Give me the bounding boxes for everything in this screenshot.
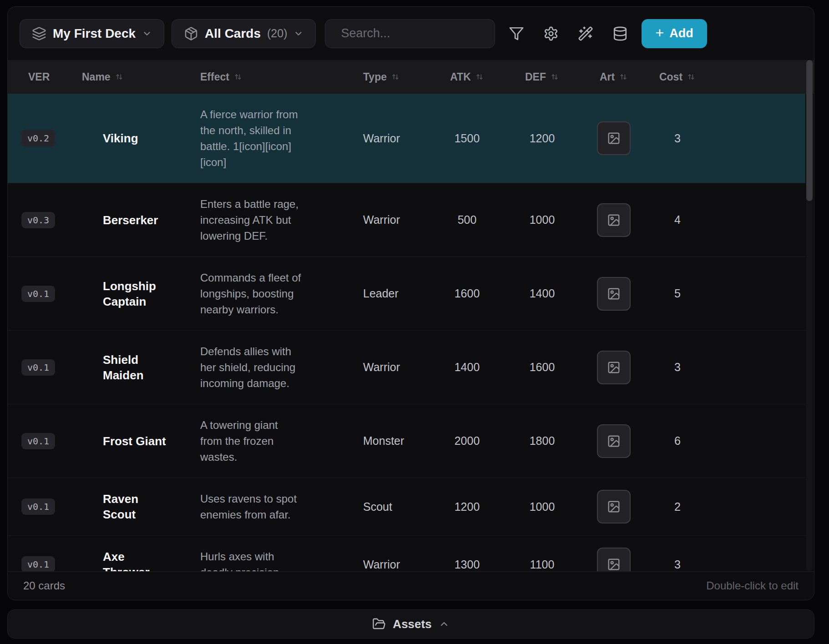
table-row[interactable]: v0.2 Viking A fierce warrior from the no…: [8, 94, 805, 183]
folder-open-icon: [372, 617, 386, 631]
card-effect: Commands a fleet of longships, boosting …: [187, 257, 352, 330]
card-name: Frost Giant: [74, 421, 187, 462]
card-cost: 2: [648, 488, 707, 526]
card-count-label: 20 cards: [23, 579, 65, 592]
gear-icon: [543, 26, 559, 41]
toolbar: My First Deck All Cards (20): [8, 7, 814, 60]
table-body: v0.2 Viking A fierce warrior from the no…: [8, 94, 805, 571]
image-icon: [607, 213, 621, 227]
chevron-down-icon: [142, 29, 152, 39]
card-filter-button[interactable]: All Cards (20): [172, 19, 316, 48]
layers-icon: [32, 26, 46, 41]
card-type: Warrior: [352, 201, 430, 239]
card-type: Warrior: [352, 545, 430, 572]
table-footer: 20 cards Double-click to edit: [8, 571, 814, 600]
table-row[interactable]: v0.1 Shield Maiden Defends allies with h…: [8, 331, 805, 404]
image-icon: [607, 131, 621, 145]
column-header-label: Art: [600, 71, 615, 83]
card-cost: 5: [648, 274, 707, 313]
card-name: Longship Captain: [74, 266, 187, 322]
column-header-label: ATK: [450, 71, 471, 83]
version-badge: v0.2: [21, 130, 55, 146]
column-header-art[interactable]: Art: [580, 71, 648, 83]
card-count-badge: (20): [267, 27, 287, 40]
table-row[interactable]: v0.1 Axe Thrower Hurls axes with deadly …: [8, 536, 805, 571]
deck-selector-label: My First Deck: [53, 26, 136, 41]
card-type: Monster: [352, 422, 430, 460]
plus-icon: +: [655, 25, 664, 40]
version-badge: v0.1: [21, 433, 55, 449]
version-badge: v0.1: [21, 498, 55, 515]
card-cost: 4: [648, 201, 707, 239]
art-thumbnail-button[interactable]: [597, 277, 631, 311]
scrollbar-track[interactable]: [806, 60, 813, 571]
card-cost: 6: [648, 422, 707, 460]
settings-button[interactable]: [543, 26, 559, 41]
card-def: 1600: [505, 348, 580, 387]
package-icon: [184, 26, 198, 41]
sort-icon: [391, 72, 400, 81]
sort-icon: [619, 72, 628, 81]
generate-button[interactable]: [578, 26, 593, 41]
card-name: Axe Thrower: [74, 536, 187, 571]
card-effect: A towering giant from the frozen wastes.: [187, 404, 352, 478]
table-row[interactable]: v0.1 Raven Scout Uses ravens to spot ene…: [8, 478, 805, 536]
card-atk: 1300: [430, 545, 505, 572]
column-header-name[interactable]: Name: [74, 71, 187, 83]
column-header-atk[interactable]: ATK: [430, 71, 505, 83]
art-thumbnail-button[interactable]: [597, 548, 631, 571]
card-def: 1100: [505, 545, 580, 572]
column-header-def[interactable]: DEF: [505, 71, 580, 83]
card-effect: Uses ravens to spot enemies from afar.: [187, 478, 352, 535]
column-header-label: Cost: [659, 71, 682, 83]
column-header-cost[interactable]: Cost: [648, 71, 707, 83]
database-button[interactable]: [612, 26, 628, 41]
card-effect: Defends allies with her shield, reducing…: [187, 331, 352, 404]
column-header-label: Name: [82, 71, 111, 83]
card-type: Warrior: [352, 119, 430, 158]
card-atk: 1500: [430, 119, 505, 158]
card-cost: 3: [648, 119, 707, 158]
scrollbar-thumb[interactable]: [806, 60, 813, 201]
card-effect: Enters a battle rage, increasing ATK but…: [187, 183, 352, 257]
column-header-label: DEF: [525, 71, 546, 83]
table-row[interactable]: v0.3 Berserker Enters a battle rage, inc…: [8, 183, 805, 257]
card-type: Warrior: [352, 348, 430, 387]
art-thumbnail-button[interactable]: [597, 351, 631, 384]
art-thumbnail-button[interactable]: [597, 203, 631, 237]
column-header-effect[interactable]: Effect: [187, 71, 352, 83]
card-atk: 1200: [430, 488, 505, 526]
database-icon: [612, 26, 628, 41]
card-effect: A fierce warrior from the north, skilled…: [187, 94, 352, 183]
wand-sparkles-icon: [578, 26, 593, 41]
art-thumbnail-button[interactable]: [597, 490, 631, 523]
version-badge: v0.1: [21, 286, 55, 302]
card-type: Scout: [352, 488, 430, 526]
funnel-icon: [509, 26, 524, 41]
search-input[interactable]: [325, 19, 495, 48]
image-icon: [607, 361, 621, 374]
deck-panel: My First Deck All Cards (20): [7, 6, 814, 600]
assets-bar[interactable]: Assets: [7, 609, 814, 639]
table-row[interactable]: v0.1 Frost Giant A towering giant from t…: [8, 404, 805, 478]
sort-icon: [233, 72, 243, 81]
card-atk: 500: [430, 201, 505, 239]
sort-icon: [475, 72, 484, 81]
filter-button[interactable]: [509, 26, 524, 41]
art-thumbnail-button[interactable]: [597, 121, 631, 155]
chevron-down-icon: [293, 29, 303, 39]
column-header-ver: VER: [8, 71, 74, 83]
search-input-wrapper: [325, 19, 495, 48]
card-def: 1000: [505, 201, 580, 239]
version-badge: v0.1: [21, 556, 55, 571]
add-button[interactable]: + Add: [642, 19, 707, 48]
sort-icon: [687, 72, 696, 81]
card-name: Shield Maiden: [74, 339, 187, 396]
table-row[interactable]: v0.1 Longship Captain Commands a fleet o…: [8, 257, 805, 331]
card-cost: 3: [648, 545, 707, 572]
column-header-label: Effect: [200, 71, 229, 83]
art-thumbnail-button[interactable]: [597, 424, 631, 458]
deck-selector-button[interactable]: My First Deck: [20, 19, 164, 48]
image-icon: [607, 500, 621, 513]
column-header-type[interactable]: Type: [352, 71, 430, 83]
